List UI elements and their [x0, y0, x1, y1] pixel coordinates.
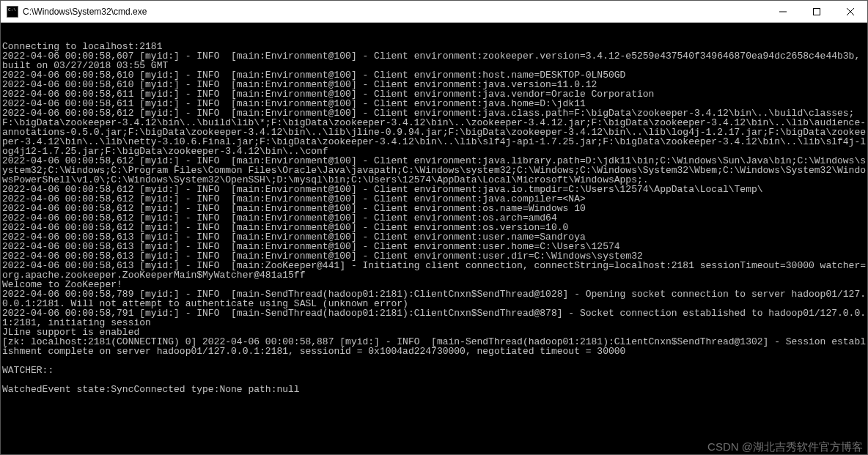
close-icon — [847, 8, 854, 15]
terminal-line — [2, 356, 866, 366]
cmd-icon — [7, 6, 18, 18]
minimize-button[interactable] — [766, 1, 800, 22]
svg-rect-1 — [814, 8, 820, 15]
terminal-line: 2022-04-06 00:00:58,789 [myid:] - INFO [… — [2, 289, 866, 308]
close-button[interactable] — [834, 1, 867, 22]
terminal-line: 2022-04-06 00:00:58,612 [myid:] - INFO [… — [2, 156, 866, 185]
terminal-line: 2022-04-06 00:00:58,612 [myid:] - INFO [… — [2, 108, 866, 156]
window-controls — [766, 1, 867, 22]
terminal-line: 2022-04-06 00:00:58,613 [myid:] - INFO [… — [2, 261, 866, 280]
terminal-line: 2022-04-06 00:00:58,607 [myid:] - INFO [… — [2, 51, 866, 70]
terminal-line: [zk: localhost:2181(CONNECTING) 0] 2022-… — [2, 337, 866, 356]
terminal-line: 2022-04-06 00:00:58,791 [myid:] - INFO [… — [2, 308, 866, 328]
maximize-icon — [813, 8, 820, 15]
cmd-window: C:\Windows\System32\cmd.exe Connecting t… — [0, 0, 868, 455]
titlebar[interactable]: C:\Windows\System32\cmd.exe — [1, 1, 867, 23]
terminal-output[interactable]: Connecting to localhost:21812022-04-06 0… — [1, 23, 867, 454]
terminal-line: WatchedEvent state:SyncConnected type:No… — [2, 385, 866, 394]
window-title: C:\Windows\System32\cmd.exe — [23, 7, 766, 17]
csdn-watermark: CSDN @湖北吉秀软件官方博客 — [707, 442, 863, 451]
terminal-line: WATCHER:: — [2, 366, 866, 375]
minimize-icon — [779, 8, 787, 15]
maximize-button[interactable] — [800, 1, 834, 22]
